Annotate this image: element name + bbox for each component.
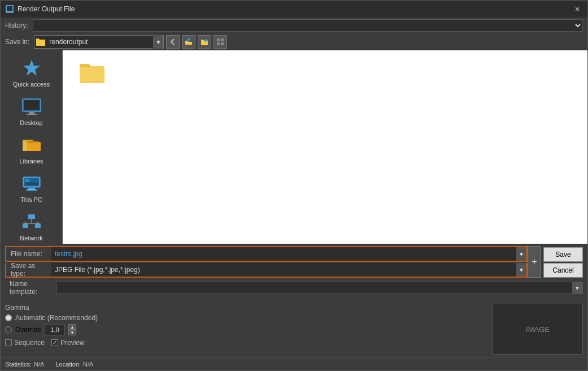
- sidebar-item-quick-access[interactable]: Quick access: [6, 55, 57, 91]
- main-area: Quick access Desktop: [1, 50, 587, 244]
- file-actions-col: Save Cancel: [543, 246, 583, 279]
- svg-rect-9: [217, 42, 220, 45]
- view-icon: [216, 38, 224, 46]
- sidebar-item-label-network: Network: [20, 235, 42, 241]
- close-button[interactable]: ×: [572, 3, 583, 15]
- save-in-row: Save in: renderoutput ▼: [1, 33, 587, 50]
- sequence-checkbox-item[interactable]: Sequence: [5, 339, 45, 347]
- svg-marker-11: [23, 60, 40, 76]
- gamma-options: Automatic (Recommended) Override ▲ ▼: [5, 314, 486, 335]
- star-icon: [21, 58, 42, 79]
- save-in-combo[interactable]: renderoutput ▼: [34, 35, 164, 49]
- sidebar-item-this-pc[interactable]: This PC: [6, 170, 57, 206]
- svg-rect-5: [201, 41, 208, 45]
- save-in-label: Save in:: [5, 38, 29, 46]
- back-button[interactable]: [166, 35, 180, 49]
- save-type-row: Save as type: JPEG File (*.jpg,*.jpe,*.j…: [5, 263, 528, 278]
- save-type-dropdown-arrow[interactable]: ▼: [516, 263, 526, 277]
- libraries-icon: [21, 136, 42, 154]
- lower-panel: Gamma Automatic (Recommended) Override ▲…: [1, 299, 587, 357]
- view-button[interactable]: [214, 35, 227, 49]
- this-pc-icon: [21, 175, 42, 193]
- history-row: History:: [1, 18, 587, 33]
- gamma-automatic-label: Automatic (Recommended): [15, 314, 98, 322]
- svg-rect-4: [185, 41, 188, 42]
- svg-rect-14: [29, 112, 34, 114]
- plus-button[interactable]: +: [528, 246, 541, 278]
- gamma-override-radio[interactable]: [5, 326, 12, 333]
- svg-rect-19: [27, 141, 38, 143]
- image-preview-label: IMAGE: [526, 325, 550, 334]
- spinner-up-button[interactable]: ▲: [68, 324, 76, 330]
- this-pc-icon-container: [20, 174, 43, 194]
- sidebar-item-desktop[interactable]: Desktop: [6, 93, 57, 130]
- preview-checkbox[interactable]: [51, 339, 58, 346]
- name-template-row: Name template: ▼: [5, 281, 583, 295]
- statistics-value: N/A: [34, 361, 44, 368]
- gamma-override-label: Override: [15, 326, 41, 334]
- override-value-input[interactable]: [45, 324, 65, 335]
- cancel-button[interactable]: Cancel: [543, 263, 583, 278]
- svg-rect-22: [28, 188, 35, 189]
- spinner-down-button[interactable]: ▼: [68, 330, 76, 335]
- sidebar-item-libraries[interactable]: Libraries: [6, 132, 57, 168]
- file-name-combo: ▼: [51, 247, 526, 261]
- save-type-combo: JPEG File (*.jpg,*.jpe,*.jpeg) ▼: [51, 263, 526, 277]
- name-template-arrow[interactable]: ▼: [572, 282, 582, 294]
- save-button[interactable]: Save: [543, 247, 583, 262]
- svg-point-32: [24, 222, 27, 225]
- save-type-label: Save as type:: [6, 262, 51, 278]
- folder-large-icon: [79, 59, 106, 87]
- desktop-icon: [21, 98, 42, 116]
- dialog-window: Render Output File × History: Save in: r…: [0, 0, 588, 371]
- network-icon: [21, 213, 42, 231]
- location-value: N/A: [83, 361, 93, 368]
- name-template-combo[interactable]: ▼: [56, 282, 583, 294]
- location-label: Location:: [55, 361, 81, 368]
- folder-icon-svg: [79, 59, 106, 87]
- sequence-checkbox[interactable]: [5, 339, 12, 346]
- file-name-input[interactable]: [51, 250, 516, 258]
- save-in-dropdown-arrow[interactable]: ▼: [153, 35, 163, 49]
- svg-rect-1: [7, 6, 12, 11]
- gamma-override-row: Override ▲ ▼: [5, 324, 486, 335]
- sidebar-item-label-this-pc: This PC: [20, 196, 42, 203]
- history-dropdown[interactable]: [33, 19, 583, 32]
- svg-rect-13: [24, 100, 40, 110]
- statistics-item: Statistics: N/A: [5, 361, 44, 368]
- lower-left: Gamma Automatic (Recommended) Override ▲…: [5, 301, 486, 355]
- sidebar-item-label-quick-access: Quick access: [13, 81, 50, 88]
- svg-rect-24: [25, 179, 29, 182]
- svg-rect-6: [201, 40, 204, 41]
- sidebar-item-network[interactable]: Network: [6, 209, 57, 244]
- location-item: Location: N/A: [55, 361, 93, 368]
- file-name-label: File name:: [6, 250, 51, 258]
- title-bar: Render Output File ×: [1, 1, 587, 18]
- svg-rect-15: [27, 114, 37, 115]
- quick-access-icon-container: [20, 58, 43, 79]
- file-browser: [63, 50, 587, 244]
- svg-rect-26: [28, 214, 35, 219]
- up-button[interactable]: [182, 35, 195, 49]
- save-type-value: JPEG File (*.jpg,*.jpe,*.jpeg): [51, 266, 516, 274]
- up-folder-icon: [185, 38, 193, 46]
- folder-item[interactable]: [69, 57, 115, 89]
- svg-rect-18: [27, 142, 41, 151]
- svg-point-33: [37, 222, 39, 225]
- gamma-automatic-option[interactable]: Automatic (Recommended): [5, 314, 486, 322]
- file-name-dropdown-arrow[interactable]: ▼: [516, 247, 526, 261]
- desktop-icon-container: [20, 97, 43, 117]
- bottom-panel: File name: ▼ Save as type: JPEG File (*.…: [1, 244, 587, 299]
- preview-checkbox-item[interactable]: Preview: [51, 339, 85, 347]
- statistics-label: Statistics:: [5, 361, 32, 368]
- sidebar: Quick access Desktop: [1, 50, 63, 244]
- sidebar-item-label-desktop: Desktop: [20, 119, 42, 126]
- gamma-automatic-radio[interactable]: [5, 314, 12, 321]
- new-folder-button[interactable]: [198, 35, 211, 49]
- file-actions-area: File name: ▼ Save as type: JPEG File (*.…: [5, 246, 583, 279]
- back-icon: [169, 38, 177, 46]
- svg-rect-25: [25, 183, 38, 185]
- save-in-value: renderoutput: [47, 38, 153, 46]
- file-name-row: File name: ▼: [5, 246, 528, 262]
- file-rows-area: File name: ▼ Save as type: JPEG File (*.…: [5, 246, 528, 279]
